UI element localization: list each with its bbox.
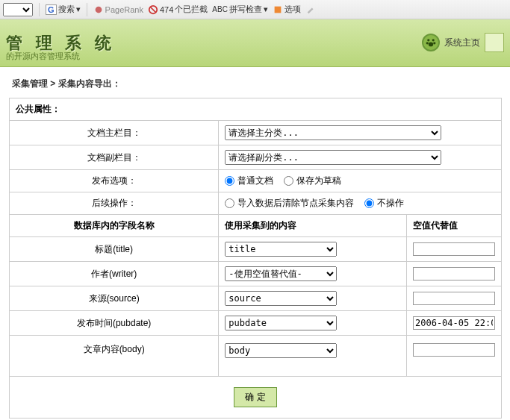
svg-point-4 (427, 39, 429, 41)
row-label: 文章内容(body) (10, 336, 219, 377)
highlighter-icon (305, 4, 316, 15)
blocked-count: 474 (160, 5, 173, 14)
paw-icon (422, 34, 440, 51)
browser-toolbar: G 搜索 ▾ PageRank 474 个已拦截 ABC 拼写检查 ▾ 选项 (0, 0, 510, 19)
breadcrumb-sep: > (50, 78, 55, 89)
row-select[interactable]: pubdate (225, 316, 337, 330)
col-db-field: 数据库内的字段名称 (10, 215, 219, 237)
section-public-attrs: 公共属性： (10, 98, 502, 121)
google-search[interactable]: G 搜索 ▾ (46, 4, 81, 15)
table-row: 标题(title) title (10, 237, 502, 262)
svg-point-8 (429, 43, 433, 47)
row-select[interactable]: title (225, 242, 337, 257)
sub-category-select[interactable]: 请选择副分类... (225, 150, 441, 165)
row-select[interactable]: body (225, 343, 337, 358)
app-subtitle: 的开源内容管理系统 (6, 51, 80, 62)
row-label: 来源(source) (10, 286, 219, 311)
table-row: 文章内容(body) body (10, 336, 502, 377)
row-empty-input[interactable] (413, 343, 495, 357)
spellcheck-icon: ABC (212, 5, 228, 13)
main-content: 采集管理 > 采集内容导出： 公共属性： 文档主栏目： 请选择主分类... 文档… (0, 67, 510, 419)
radio-normal-doc[interactable]: 普通文档 (225, 175, 273, 187)
spellcheck-label: 拼写检查 (229, 4, 262, 15)
submit-button[interactable]: 确 定 (234, 387, 276, 407)
radio-clear-after-input[interactable] (225, 198, 234, 208)
breadcrumb-current: 采集内容导出： (58, 78, 121, 89)
toolbar-select-left[interactable] (3, 3, 33, 16)
label-sub-col: 文档副栏目： (10, 145, 219, 170)
row-empty-input[interactable] (413, 242, 495, 256)
blocked-icon (148, 4, 158, 15)
star-icon (273, 4, 283, 15)
svg-point-7 (433, 42, 435, 44)
chevron-down-icon: ▾ (76, 4, 81, 14)
row-label: 作者(writer) (10, 262, 219, 286)
svg-point-6 (426, 42, 429, 44)
label-followup: 后续操作： (10, 192, 219, 215)
row-label: 发布时间(pubdate) (10, 311, 219, 336)
blocked-item[interactable]: 474 个已拦截 (148, 4, 208, 15)
row-select[interactable]: -使用空值替代值- (225, 266, 337, 281)
svg-rect-3 (274, 6, 281, 13)
label-main-col: 文档主栏目： (10, 121, 219, 145)
col-use-collected: 使用采集到的内容 (219, 215, 407, 237)
blocked-label: 个已拦截 (175, 4, 208, 15)
svg-line-2 (150, 7, 155, 12)
radio-normal-doc-input[interactable] (225, 176, 234, 186)
row-empty-input[interactable] (413, 316, 495, 330)
row-empty-input[interactable] (413, 292, 495, 305)
breadcrumb-parent[interactable]: 采集管理 (12, 78, 48, 89)
col-empty-value: 空值代替值 (407, 215, 502, 237)
spellcheck-item[interactable]: ABC 拼写检查 ▾ (212, 4, 268, 15)
row-select[interactable]: source (225, 291, 337, 306)
radio-no-op[interactable]: 不操作 (364, 197, 404, 210)
main-category-select[interactable]: 请选择主分类... (225, 125, 441, 140)
radio-save-draft-input[interactable] (284, 176, 293, 186)
radio-save-draft[interactable]: 保存为草稿 (284, 175, 341, 187)
label-publish-opt: 发布选项： (10, 170, 219, 192)
chevron-down-icon: ▾ (264, 4, 268, 14)
pagerank-item[interactable]: PageRank (93, 4, 143, 15)
highlighter-item[interactable] (305, 4, 316, 15)
breadcrumb: 采集管理 > 采集内容导出： (9, 73, 510, 95)
row-empty-input[interactable] (413, 267, 495, 280)
search-label: 搜索 (58, 4, 75, 15)
pagerank-label: PageRank (105, 5, 143, 14)
grid-button[interactable] (485, 33, 504, 52)
table-row: 来源(source) source (10, 286, 502, 311)
table-row: 作者(writer) -使用空值替代值- (10, 262, 502, 286)
app-header: 管 理 系 统 的开源内容管理系统 系统主页 (0, 19, 510, 67)
radio-no-op-input[interactable] (364, 198, 374, 208)
table-row: 发布时间(pubdate) pubdate (10, 311, 502, 336)
row-label: 标题(title) (10, 237, 219, 262)
options-label: 选项 (284, 4, 301, 15)
google-icon: G (46, 4, 57, 15)
form-table: 公共属性： 文档主栏目： 请选择主分类... 文档副栏目： 请选择副分类... … (9, 98, 502, 419)
sparkle-icon (93, 4, 104, 15)
svg-point-0 (95, 6, 102, 13)
svg-point-5 (432, 39, 435, 41)
radio-clear-after[interactable]: 导入数据后清除节点采集内容 (225, 197, 354, 210)
options-item[interactable]: 选项 (273, 4, 301, 15)
home-link[interactable]: 系统主页 (444, 37, 480, 49)
